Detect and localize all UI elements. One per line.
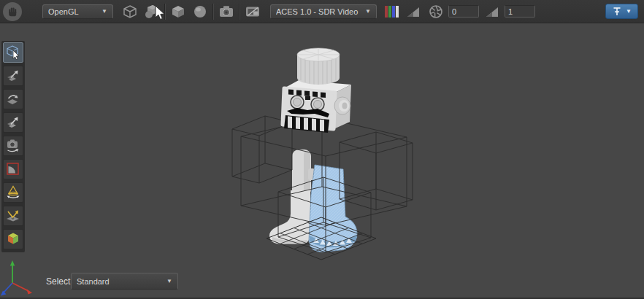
flip-object-tool[interactable] <box>3 89 23 109</box>
pause-hand-button[interactable] <box>3 2 22 21</box>
chevron-down-icon: ▼ <box>626 8 632 15</box>
chevron-down-icon: ▼ <box>365 8 371 15</box>
rotate-lights-tool[interactable] <box>3 182 23 203</box>
select-objects-tool[interactable] <box>3 42 23 63</box>
axis-x-arrow <box>27 290 33 295</box>
select-cube-cursor-icon <box>5 44 21 61</box>
cone-rotate-icon <box>5 185 21 201</box>
shaded-cube-icon <box>5 231 21 247</box>
exposure-ramp-button[interactable] <box>403 2 423 21</box>
chevron-down-icon: ▼ <box>166 278 172 284</box>
cube-sphere-icon <box>143 4 161 20</box>
aperture-button[interactable] <box>426 2 446 21</box>
colorspace-value: ACES 1.0 - SDR Video <box>276 7 361 16</box>
renderer-dropdown[interactable]: OpenGL ▼ <box>42 4 113 19</box>
rgb-channels-button[interactable] <box>382 2 402 21</box>
model-head[interactable] <box>283 48 351 133</box>
chevron-down-icon: ▼ <box>101 8 107 15</box>
transform-objects-tool[interactable] <box>3 66 23 86</box>
toolbar-separator <box>239 4 240 20</box>
falloff-tool[interactable] <box>3 159 23 179</box>
light-bounce-icon <box>5 208 21 224</box>
select-mode-label: Select <box>46 276 70 287</box>
sphere-button[interactable] <box>190 2 210 21</box>
sphere-icon <box>192 4 208 20</box>
exposure-input[interactable] <box>448 5 479 18</box>
transform-paint-target-tool[interactable] <box>3 112 23 133</box>
display-filter-button[interactable] <box>242 2 263 21</box>
left-toolbar <box>1 41 25 252</box>
colorspace-dropdown[interactable]: ACES 1.0 - SDR Video ▼ <box>270 4 377 19</box>
ramp-icon <box>406 5 421 18</box>
viewport-3d-model[interactable] <box>221 40 418 268</box>
aperture-icon <box>428 4 444 20</box>
gamma-input[interactable] <box>505 5 535 18</box>
snapshot-camera-button[interactable] <box>216 2 237 21</box>
camera-icon <box>218 4 234 20</box>
pin-dropdown-button[interactable]: ▼ <box>605 4 638 19</box>
flip-icon <box>5 91 21 107</box>
falloff-icon <box>5 161 21 177</box>
wireframe-cube-button[interactable] <box>120 2 140 21</box>
solid-cube-icon <box>170 4 186 20</box>
axis-y-arrow <box>10 260 15 266</box>
display-filter-icon <box>245 4 261 20</box>
rgb-channels-icon <box>384 4 400 19</box>
layers-arrow-icon <box>5 114 21 131</box>
shaded-view-cube-tool[interactable] <box>3 229 23 249</box>
toolbar-separator <box>164 4 166 20</box>
pin-icon <box>612 6 622 17</box>
orbit-camera-tool[interactable] <box>3 136 23 156</box>
axis-gizmo <box>0 257 38 299</box>
camera-orbit-icon <box>5 138 21 154</box>
gamma-ramp-button[interactable] <box>482 2 502 21</box>
ramp-icon <box>485 5 499 18</box>
selection-mode-dropdown[interactable]: Standard ▼ <box>71 273 178 290</box>
solid-cube-button[interactable] <box>168 2 188 21</box>
light-bounce-tool[interactable] <box>3 206 23 226</box>
layers-arrow-icon <box>5 68 21 84</box>
top-toolbar: OpenGL ▼ <box>0 0 644 23</box>
hand-icon <box>7 6 18 18</box>
toolbar-separator <box>212 4 214 20</box>
cube-sphere-select-button[interactable] <box>142 2 162 21</box>
wireframe-cube-icon <box>122 4 138 20</box>
selection-mode-value: Standard <box>77 277 162 286</box>
renderer-value: OpenGL <box>48 7 97 16</box>
